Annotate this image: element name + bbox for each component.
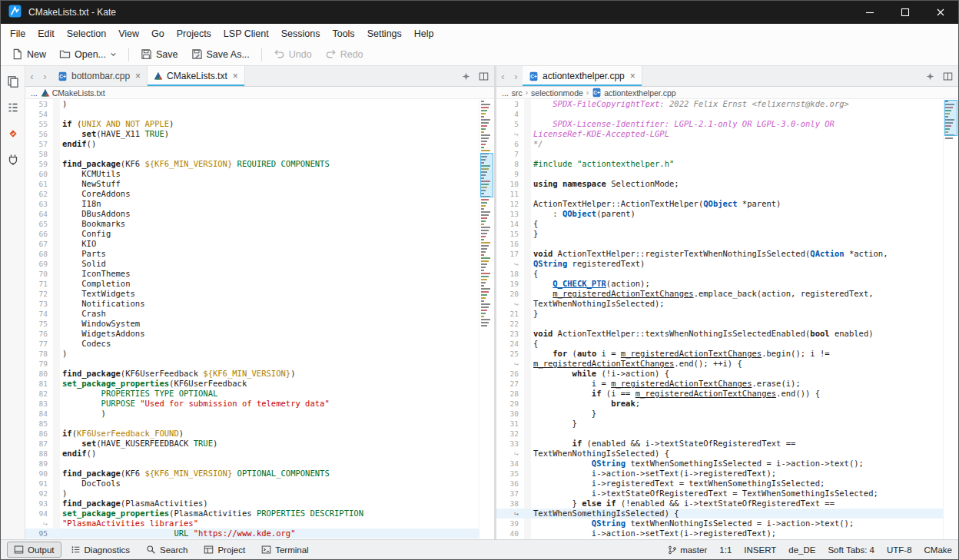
minimap-scrollbar[interactable] (943, 99, 958, 539)
code-row[interactable]: 73 Notifications (25, 299, 479, 309)
status-1-1[interactable]: 1:1 (719, 545, 732, 555)
code-row[interactable]: 35 i->action->setText(i->registeredText)… (496, 469, 943, 479)
code-row[interactable]: 93find_package(PlasmaActivities) (25, 499, 479, 509)
breadcrumb-ellipsis[interactable]: ... (31, 88, 38, 98)
code-row[interactable]: ↪TextWhenNothingIsSelected) { (496, 449, 943, 459)
code-row[interactable]: 39 QString textWhenNothingIsSelected = i… (496, 519, 943, 529)
code-row[interactable]: 8#include "actiontexthelper.h" (496, 159, 943, 169)
split-view-icon[interactable] (940, 68, 955, 84)
code-row[interactable]: 95 URL "https://www.kde.org" (25, 529, 479, 538)
code-row[interactable]: 79 (25, 359, 479, 369)
code-row[interactable]: 12ActionTextHelper::ActionTextHelper(QOb… (496, 199, 943, 209)
code-row[interactable]: ↪"PlasmaActivities libraries" (25, 519, 479, 529)
code-row[interactable]: 87 set(HAVE_KUSERFEEDBACK TRUE) (25, 439, 479, 449)
menu-edit[interactable]: Edit (32, 26, 61, 41)
code-row[interactable]: 17void ActionTextHelper::registerTextWhe… (496, 249, 943, 259)
code-row[interactable]: 71 Completion (25, 279, 479, 289)
menu-go[interactable]: Go (145, 26, 171, 41)
code-row[interactable]: 34 QString textWhenSomethingIsSelected =… (496, 459, 943, 469)
code-row[interactable]: 65 Bookmarks (25, 219, 479, 229)
open-button[interactable]: Open... (53, 45, 123, 63)
code-row[interactable]: 53) (25, 99, 479, 109)
code-row[interactable]: 22 (496, 319, 943, 329)
tab-prev-button[interactable]: ‹ (496, 66, 509, 86)
code-row[interactable]: 66 Config (25, 229, 479, 239)
code-row[interactable]: 30 } (496, 409, 943, 419)
code-row[interactable]: 59find_package(KF6 ${KF6_MIN_VERSION} RE… (25, 159, 479, 169)
menu-selection[interactable]: Selection (61, 26, 112, 41)
code-area[interactable]: 53)5455if (UNIX AND NOT APPLE)56 set(HAV… (25, 99, 479, 539)
minimize-button[interactable] (852, 1, 888, 24)
code-row[interactable]: 90find_package(KF6 ${KF6_MIN_VERSION} OP… (25, 469, 479, 479)
code-row[interactable]: 94set_package_properties(PlasmaActivitie… (25, 509, 479, 519)
code-row[interactable]: 86if(KF6UserFeedback_FOUND) (25, 429, 479, 439)
new-button[interactable]: New (5, 45, 52, 63)
code-row[interactable]: 91 DocTools (25, 479, 479, 489)
breadcrumb-item-selectionmode[interactable]: selectionmode (531, 88, 583, 98)
code-row[interactable]: 57endif() (25, 139, 479, 149)
code-row[interactable]: 85 (25, 419, 479, 429)
split-view-icon[interactable] (476, 68, 491, 84)
code-row[interactable]: 54 (25, 109, 479, 119)
status-master[interactable]: master (668, 545, 707, 555)
code-row[interactable]: ↪TextWhenNothingIsSelected); (496, 299, 943, 309)
code-row[interactable]: 80find_package(KF6UserFeedback ${KF6_MIN… (25, 369, 479, 379)
code-row[interactable]: 40 i->action->setText(i->registeredText)… (496, 529, 943, 538)
code-row[interactable]: 92) (25, 489, 479, 499)
code-row[interactable]: 18{ (496, 269, 943, 279)
tab-actiontexthelper-cpp[interactable]: C+actiontexthelper.cpp× (523, 66, 642, 86)
code-row[interactable]: 60 KCMUtils (25, 169, 479, 179)
status-cmake[interactable]: CMake (924, 545, 952, 555)
tab-close-icon[interactable]: × (233, 71, 238, 81)
sidebar-documents-button[interactable] (4, 72, 22, 91)
code-row[interactable]: 38 } else if (!enabled && i->textStateOf… (496, 499, 943, 509)
minimap-view-rect[interactable] (944, 100, 957, 136)
code-row[interactable]: 63 I18n (25, 199, 479, 209)
code-row[interactable]: 29 break; (496, 399, 943, 409)
minimap-scrollbar[interactable] (479, 99, 494, 539)
editor-view[interactable]: 3 SPDX-FileCopyrightText: 2022 Felix Ern… (496, 99, 958, 539)
menu-settings[interactable]: Settings (361, 26, 408, 41)
code-row[interactable]: 76 WidgetsAddons (25, 329, 479, 339)
toolview-project-button[interactable]: Project (197, 542, 252, 558)
code-row[interactable]: 15} (496, 229, 943, 239)
code-row[interactable]: ↪QString registeredText) (496, 259, 943, 269)
code-row[interactable]: 62 CoreAddons (25, 189, 479, 199)
code-row[interactable]: 72 TextWidgets (25, 289, 479, 299)
code-row[interactable]: 3 SPDX-FileCopyrightText: 2022 Felix Ern… (496, 99, 943, 109)
code-row[interactable]: 81set_package_properties(KF6UserFeedback (25, 379, 479, 389)
tab-next-button[interactable]: › (509, 66, 523, 86)
status-soft-tabs-4[interactable]: Soft Tabs: 4 (828, 545, 874, 555)
tab-cmakelists-txt[interactable]: CMakeLists.txt× (148, 66, 245, 86)
tab-close-icon[interactable]: × (630, 71, 635, 81)
code-row[interactable]: 84 ) (25, 409, 479, 419)
code-row[interactable]: 20 m_registeredActionTextChanges.emplace… (496, 289, 943, 299)
code-row[interactable]: 7 (496, 149, 943, 159)
status-utf-8[interactable]: UTF-8 (887, 545, 912, 555)
code-row[interactable]: 14{ (496, 219, 943, 229)
breadcrumb-ellipsis[interactable]: ... (502, 88, 509, 98)
code-row[interactable]: 61 NewStuff (25, 179, 479, 189)
code-row[interactable]: 68 Parts (25, 249, 479, 259)
code-row[interactable]: 6*/ (496, 139, 943, 149)
code-row[interactable]: 88endif() (25, 449, 479, 459)
code-row[interactable]: 9 (496, 169, 943, 179)
code-row[interactable]: 70 IconThemes (25, 269, 479, 279)
code-row[interactable]: 16 (496, 239, 943, 249)
code-row[interactable]: 83 PURPOSE "Used for submission of telem… (25, 399, 479, 409)
code-row[interactable]: 13 : QObject(parent) (496, 209, 943, 219)
code-row[interactable]: 33 if (enabled && i->textStateOfRegister… (496, 439, 943, 449)
editor-view[interactable]: 53)5455if (UNIX AND NOT APPLE)56 set(HAV… (25, 99, 494, 539)
code-row[interactable]: 19 Q_CHECK_PTR(action); (496, 279, 943, 289)
code-row[interactable]: 78) (25, 349, 479, 359)
tab-close-icon[interactable]: × (135, 71, 141, 81)
toolview-diagnostics-button[interactable]: Diagnostics (64, 542, 137, 558)
code-row[interactable]: 28 if (i == m_registeredActionTextChange… (496, 389, 943, 399)
menu-sessions[interactable]: Sessions (275, 26, 327, 41)
menu-lsp-client[interactable]: LSP Client (217, 26, 275, 41)
code-row[interactable]: 37 i->textStateOfRegisteredText = TextWh… (496, 489, 943, 499)
code-row[interactable]: 64 DBusAddons (25, 209, 479, 219)
status-de-de[interactable]: de_DE (788, 545, 815, 555)
code-row[interactable]: 26 while (!i->action) { (496, 369, 943, 379)
code-row[interactable]: 74 Crash (25, 309, 479, 319)
